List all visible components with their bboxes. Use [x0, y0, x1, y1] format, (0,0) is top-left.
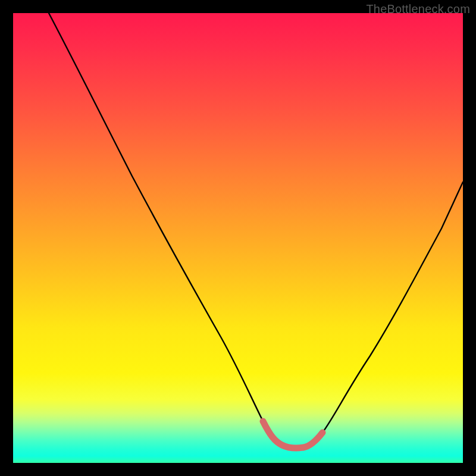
highlight-trough: [263, 421, 322, 448]
chart-frame: TheBottleneck.com: [0, 0, 476, 476]
curve-layer: [13, 13, 463, 463]
bottleneck-curve: [49, 13, 463, 448]
watermark-text: TheBottleneck.com: [366, 2, 470, 16]
plot-area: [13, 13, 463, 463]
